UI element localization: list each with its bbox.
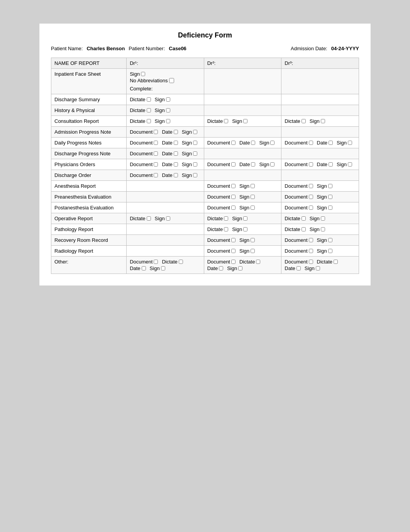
- checkbox-input[interactable]: [224, 216, 228, 221]
- checkbox-input[interactable]: [231, 249, 235, 253]
- checkbox-input[interactable]: [251, 249, 255, 253]
- checkbox-label: Document: [130, 151, 152, 156]
- checkbox-input[interactable]: [328, 238, 332, 242]
- checkbox-input[interactable]: [179, 260, 183, 264]
- checkbox-input[interactable]: [174, 173, 178, 177]
- checkbox-input[interactable]: [166, 119, 170, 123]
- checkbox-input[interactable]: [231, 195, 235, 199]
- checkbox-input[interactable]: [142, 266, 146, 270]
- checkbox-input[interactable]: [328, 184, 332, 188]
- checkbox-label: Document: [207, 237, 230, 243]
- checkbox-input[interactable]: [309, 238, 313, 242]
- checkbox-input[interactable]: [321, 216, 325, 221]
- checkbox-input[interactable]: [309, 206, 313, 210]
- checkbox-input[interactable]: [309, 184, 313, 188]
- checkbox-input[interactable]: [154, 173, 158, 177]
- checkbox-input[interactable]: [193, 130, 197, 134]
- checkbox-input[interactable]: [329, 162, 333, 167]
- checkbox-input[interactable]: [174, 162, 178, 167]
- checkbox-input[interactable]: [251, 238, 255, 242]
- checkbox-input[interactable]: [231, 206, 235, 210]
- dr1-cell: [127, 192, 204, 202]
- checkbox-item: Sign: [317, 237, 332, 243]
- dr1-cell: Document Date Sign: [127, 148, 204, 159]
- checkbox-input[interactable]: [243, 119, 247, 123]
- checkbox-input[interactable]: [328, 249, 332, 253]
- checkbox-input[interactable]: [251, 141, 255, 145]
- checkbox-input[interactable]: [231, 184, 235, 188]
- checkbox-input[interactable]: [154, 260, 158, 264]
- checkbox-input[interactable]: [147, 119, 151, 123]
- no-abbrev-checkbox[interactable]: [169, 78, 174, 83]
- checkbox-input[interactable]: [309, 249, 313, 253]
- checkbox-input[interactable]: [296, 266, 301, 270]
- row-label: Preanesthesia Evaluation: [51, 192, 127, 202]
- checkbox-input[interactable]: [193, 162, 197, 167]
- checkbox-input[interactable]: [348, 141, 352, 145]
- checkbox-item: Dictate: [317, 259, 338, 265]
- checkbox-input[interactable]: [141, 72, 145, 76]
- checkbox-input[interactable]: [302, 119, 306, 123]
- checkbox-input[interactable]: [154, 130, 158, 134]
- checkbox-input[interactable]: [334, 260, 338, 264]
- checkbox-input[interactable]: [316, 266, 320, 270]
- checkbox-label: Document: [207, 248, 230, 254]
- checkbox-input[interactable]: [174, 130, 178, 134]
- checkbox-input[interactable]: [309, 141, 313, 145]
- checkbox-input[interactable]: [329, 141, 333, 145]
- checkbox-input[interactable]: [166, 97, 170, 102]
- checkbox-input[interactable]: [309, 162, 313, 167]
- checkbox-input[interactable]: [231, 238, 235, 242]
- table-row: Pathology Report Dictate Sign Dictate Si…: [51, 224, 359, 235]
- checkbox-input[interactable]: [147, 216, 151, 221]
- checkbox-input[interactable]: [251, 184, 255, 188]
- checkbox-label: Dictate: [130, 97, 145, 102]
- checkbox-input[interactable]: [224, 119, 228, 123]
- table-row: Radiology Report Document Sign Document …: [51, 246, 359, 257]
- checkbox-input[interactable]: [231, 260, 235, 264]
- checkbox-input[interactable]: [270, 141, 274, 145]
- checkbox-input[interactable]: [161, 266, 165, 270]
- checkbox-input[interactable]: [166, 108, 170, 112]
- checkbox-input[interactable]: [154, 162, 158, 167]
- checkbox-item: Sign: [317, 248, 332, 254]
- checkbox-input[interactable]: [193, 173, 197, 177]
- checkbox-input[interactable]: [302, 227, 306, 231]
- checkbox-input[interactable]: [147, 108, 151, 112]
- checkbox-input[interactable]: [154, 141, 158, 145]
- checkbox-input[interactable]: [328, 195, 332, 199]
- checkbox-input[interactable]: [231, 162, 235, 167]
- checkbox-item: Sign: [337, 161, 352, 167]
- checkbox-input[interactable]: [309, 195, 313, 199]
- checkbox-input[interactable]: [231, 141, 235, 145]
- checkbox-label: Date: [162, 161, 172, 167]
- checkbox-input[interactable]: [256, 260, 260, 264]
- checkbox-input[interactable]: [193, 151, 197, 156]
- checkbox-input[interactable]: [302, 216, 306, 221]
- checkbox-input[interactable]: [321, 227, 325, 231]
- checkbox-input[interactable]: [348, 162, 352, 167]
- checkbox-input[interactable]: [174, 151, 178, 156]
- checkbox-input[interactable]: [174, 141, 178, 145]
- checkbox-input[interactable]: [251, 162, 255, 167]
- checkbox-input[interactable]: [147, 97, 151, 102]
- checkbox-input[interactable]: [328, 206, 332, 210]
- checkbox-input[interactable]: [154, 151, 158, 156]
- checkbox-input[interactable]: [166, 216, 170, 221]
- dr1-cell: [127, 235, 204, 246]
- col-header-dr2: Dr²:: [204, 58, 281, 69]
- checkbox-input[interactable]: [309, 260, 313, 264]
- checkbox-input[interactable]: [321, 119, 325, 123]
- patient-number-label: Patient Number:: [129, 46, 165, 51]
- checkbox-input[interactable]: [243, 216, 247, 221]
- checkbox-input[interactable]: [243, 227, 247, 231]
- table-row: Admission Progress Note Document Date Si…: [51, 127, 359, 138]
- checkbox-input[interactable]: [251, 206, 255, 210]
- checkbox-input[interactable]: [219, 266, 223, 270]
- checkbox-input[interactable]: [270, 162, 274, 167]
- checkbox-input[interactable]: [224, 227, 228, 231]
- dr1-cell: Document Date Sign: [127, 159, 204, 170]
- checkbox-input[interactable]: [238, 266, 242, 270]
- checkbox-input[interactable]: [251, 195, 255, 199]
- checkbox-input[interactable]: [193, 141, 197, 145]
